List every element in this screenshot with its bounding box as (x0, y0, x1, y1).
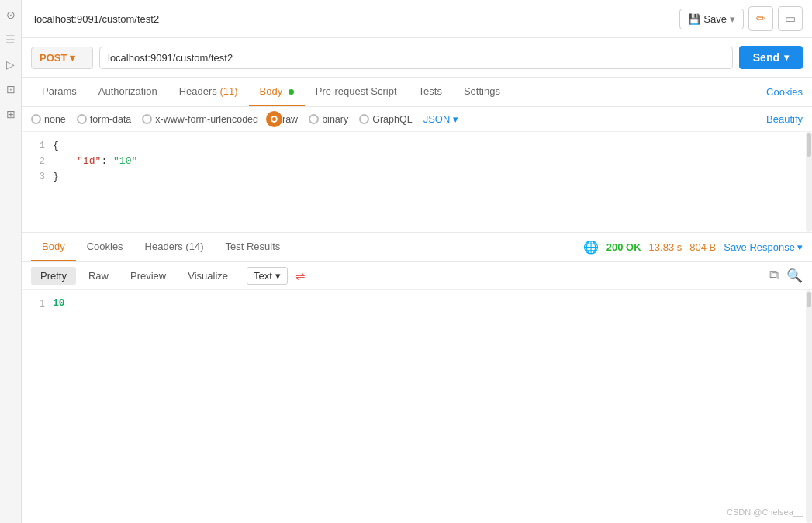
send-button[interactable]: Send ▾ (739, 46, 803, 69)
line-num-1: 1 (22, 138, 45, 154)
comment-icon: ▭ (785, 12, 796, 26)
open-brace: { (53, 140, 59, 151)
radio-none (31, 114, 41, 124)
body-type-raw[interactable]: raw (269, 114, 298, 125)
body-type-graphql[interactable]: GraphQL (359, 114, 412, 125)
cookies-link[interactable]: Cookies (766, 78, 803, 106)
search-icon[interactable]: 🔍 (786, 268, 803, 284)
resp-text-chevron-icon: ▾ (275, 270, 281, 282)
resp-format-pretty[interactable]: Pretty (31, 267, 76, 285)
radio-raw (269, 114, 279, 124)
comment-button[interactable]: ▭ (778, 6, 803, 31)
request-tabs: Params Authorization Headers (11) Body P… (22, 78, 812, 107)
beautify-link[interactable]: Beautify (766, 113, 803, 125)
save-floppy-icon: 💾 (688, 13, 700, 25)
send-label: Send (753, 51, 779, 64)
response-tab-testresults[interactable]: Test Results (214, 233, 291, 262)
radio-binary (309, 114, 319, 124)
tab-authorization[interactable]: Authorization (88, 78, 168, 106)
status-time: 13.83 s (649, 241, 682, 253)
resp-line-num: 1 (22, 295, 53, 312)
resp-format-raw[interactable]: Raw (79, 267, 118, 285)
code-line-3: } (53, 169, 800, 185)
body-type-none-label: none (44, 114, 66, 125)
sidebar-icon-4[interactable]: ⊡ (4, 82, 18, 96)
resp-actions: ⧉ 🔍 (769, 268, 803, 284)
sidebar-icon-1[interactable]: ⊙ (4, 8, 18, 22)
editor-scrollbar-thumb (807, 133, 811, 157)
sidebar-icon-2[interactable]: ☰ (4, 33, 18, 47)
topbar-actions: 💾 Save ▾ ✏ ▭ (679, 6, 803, 31)
url-input[interactable] (99, 47, 733, 69)
method-chevron-icon: ▾ (70, 52, 75, 64)
body-type-formdata-label: form-data (90, 114, 132, 125)
save-response-button[interactable]: Save Response ▾ (724, 241, 803, 253)
status-size: 804 B (689, 241, 716, 253)
watermark: CSDN @Chelsea__ (727, 507, 803, 517)
editor-scrollbar[interactable] (806, 132, 812, 232)
resp-value: 10 (53, 295, 65, 312)
resp-line-numbers: 1 10 (22, 295, 812, 312)
response-format-row: Pretty Raw Preview Visualize Text ▾ ⇌ ⧉ … (22, 262, 812, 290)
resp-headers-label: Headers (145, 241, 186, 252)
main-content: localhost:9091/custom/test2 💾 Save ▾ ✏ ▭… (22, 0, 812, 523)
headers-label: Headers (179, 85, 220, 97)
editor-line-numbers: 1 2 3 (22, 138, 53, 185)
body-type-binary-label: binary (322, 114, 348, 125)
resp-text-select[interactable]: Text ▾ (247, 267, 288, 285)
headers-count: (11) (219, 85, 237, 97)
send-chevron-icon: ▾ (784, 52, 789, 63)
resp-headers-count: (14) (185, 241, 203, 252)
resp-format-preview[interactable]: Preview (121, 267, 175, 285)
resp-scrollbar-thumb (807, 292, 811, 307)
body-type-binary[interactable]: binary (309, 114, 348, 125)
method-select[interactable]: POST ▾ (31, 47, 93, 69)
edit-icon: ✏ (756, 12, 766, 26)
radio-formdata (77, 114, 87, 124)
method-label: POST (40, 52, 67, 64)
response-section: Body Cookies Headers (14) Test Results 🌐… (22, 233, 812, 523)
indent (53, 155, 77, 167)
resp-scrollbar[interactable] (806, 290, 812, 523)
tab-tests[interactable]: Tests (408, 78, 453, 106)
body-type-raw-label: raw (282, 114, 298, 125)
response-tabs-row: Body Cookies Headers (14) Test Results 🌐… (22, 233, 812, 262)
tab-headers[interactable]: Headers (11) (168, 78, 249, 106)
tab-prerequest[interactable]: Pre-request Script (305, 78, 408, 106)
filter-icon[interactable]: ⇌ (295, 269, 306, 283)
json-select-label: JSON (423, 113, 451, 125)
colon: : (101, 155, 113, 167)
editor-code[interactable]: { "id": "10" } (53, 138, 812, 185)
request-editor[interactable]: 1 2 3 { "id": "10" } (22, 132, 812, 233)
sidebar-icon-3[interactable]: ▷ (4, 57, 18, 71)
response-status-area: 🌐 200 OK 13.83 s 804 B Save Response ▾ (583, 240, 803, 255)
response-tab-body[interactable]: Body (31, 233, 76, 262)
save-button[interactable]: 💾 Save ▾ (679, 9, 744, 29)
tab-settings[interactable]: Settings (453, 78, 511, 106)
copy-icon[interactable]: ⧉ (769, 268, 779, 284)
sidebar-icon-5[interactable]: ⊞ (4, 107, 18, 121)
tab-body[interactable]: Body (249, 78, 305, 106)
json-type-select[interactable]: JSON ▾ (423, 113, 459, 125)
status-ok: 200 OK (606, 241, 641, 253)
body-type-urlencoded[interactable]: x-www-form-urlencoded (142, 114, 258, 125)
response-body: 1 10 (22, 290, 812, 523)
edit-button[interactable]: ✏ (748, 6, 773, 31)
resp-text-label: Text (254, 270, 272, 282)
response-tab-headers[interactable]: Headers (14) (134, 233, 215, 262)
close-brace: } (53, 171, 59, 182)
body-label: Body (260, 85, 283, 97)
val-10: "10" (113, 155, 137, 167)
resp-format-visualize[interactable]: Visualize (178, 267, 237, 285)
topbar-url: localhost:9091/custom/test2 (34, 13, 159, 25)
body-type-graphql-label: GraphQL (372, 114, 412, 125)
response-tab-cookies[interactable]: Cookies (76, 233, 134, 262)
body-type-row: none form-data x-www-form-urlencoded raw… (22, 107, 812, 132)
save-chevron-icon: ▾ (730, 13, 735, 25)
code-line-2: "id": "10" (53, 154, 800, 169)
body-type-none[interactable]: none (31, 114, 66, 125)
body-type-formdata[interactable]: form-data (77, 114, 132, 125)
topbar: localhost:9091/custom/test2 💾 Save ▾ ✏ ▭ (22, 0, 812, 38)
tab-params[interactable]: Params (31, 78, 88, 106)
radio-urlencoded (142, 114, 152, 124)
